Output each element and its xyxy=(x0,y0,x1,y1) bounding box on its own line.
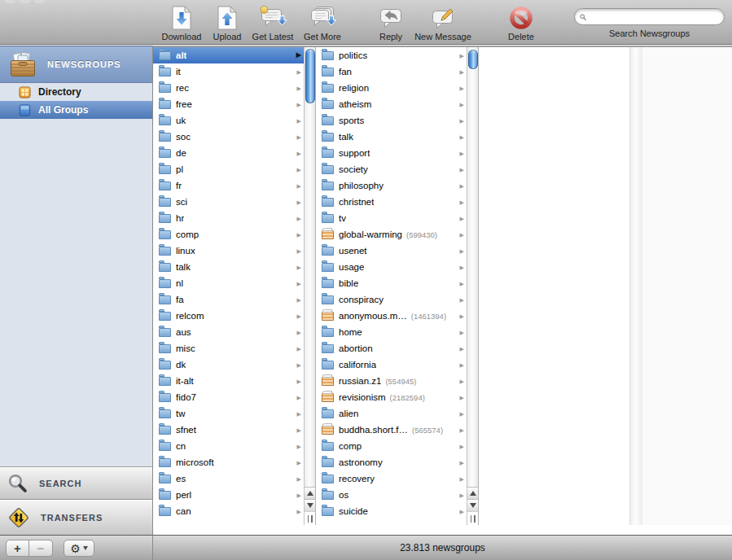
newsgroup-row[interactable]: relcom xyxy=(153,308,304,324)
newsgroup-row[interactable]: alien xyxy=(316,405,467,422)
folder-icon xyxy=(159,507,171,516)
newsgroup-row[interactable]: buddha.short.f… (565574) xyxy=(316,422,467,438)
newsgroup-row[interactable]: global-warming (599430) xyxy=(316,226,467,243)
upload-button[interactable]: Upload xyxy=(208,6,246,42)
newsgroup-row[interactable]: soc xyxy=(153,129,304,145)
newsgroup-row[interactable]: rec xyxy=(153,80,304,96)
sidebar-item-all-groups[interactable]: All Groups xyxy=(0,101,152,119)
newsgroup-row[interactable]: can xyxy=(153,503,304,519)
newsgroup-row[interactable]: fido7 xyxy=(153,389,304,405)
newsgroup-row[interactable]: free xyxy=(153,96,304,112)
newsgroup-row[interactable]: fan xyxy=(316,63,467,80)
scroll-down-button[interactable] xyxy=(467,499,478,511)
scrollbar-thumb[interactable] xyxy=(468,50,478,69)
newsgroup-row[interactable]: es xyxy=(153,470,304,487)
newsgroup-row[interactable]: bible xyxy=(316,275,467,291)
newsgroup-row[interactable]: astronomy xyxy=(316,454,467,470)
download-button[interactable]: Download xyxy=(156,6,207,42)
newsgroup-row[interactable]: support xyxy=(316,145,467,161)
newsgroup-row[interactable]: uk xyxy=(153,112,304,129)
newsgroup-row[interactable]: aus xyxy=(153,324,304,340)
column-resize-handle[interactable] xyxy=(467,511,478,525)
newsgroup-row[interactable]: os xyxy=(316,487,467,503)
newsgroup-row[interactable]: tw xyxy=(153,405,304,422)
newsgroup-row[interactable]: christnet xyxy=(316,194,467,210)
remove-button[interactable]: − xyxy=(29,540,53,557)
newsgroup-row[interactable]: linux xyxy=(153,243,304,259)
chevron-right-icon xyxy=(297,69,301,75)
chevron-right-icon xyxy=(297,427,301,433)
newsgroup-row[interactable]: conspiracy xyxy=(316,291,467,308)
window-close-button[interactable] xyxy=(5,0,15,3)
get-more-button[interactable]: Get More xyxy=(300,6,345,42)
newsgroup-row[interactable]: fr xyxy=(153,177,304,194)
newsgroup-row[interactable]: society xyxy=(316,161,467,177)
newsgroup-row[interactable]: fa xyxy=(153,291,304,308)
newsgroup-row[interactable]: microsoft xyxy=(153,454,304,470)
magnifier-icon xyxy=(7,473,28,494)
delete-button[interactable]: Delete xyxy=(498,6,544,42)
newsgroup-row[interactable]: dk xyxy=(153,357,304,373)
newsgroup-row[interactable]: nl xyxy=(153,275,304,291)
newsgroup-row[interactable]: suicide xyxy=(316,503,467,519)
get-latest-button[interactable]: Get Latest xyxy=(249,6,296,42)
window-zoom-button[interactable] xyxy=(34,0,45,3)
row-label: cn xyxy=(176,441,186,451)
newsgroup-row[interactable]: religion xyxy=(316,80,467,96)
window-minimize-button[interactable] xyxy=(20,0,30,3)
sidebar-section-search[interactable]: SEARCH xyxy=(0,466,152,499)
newsgroup-row[interactable]: revisionism (2182594) xyxy=(316,389,467,405)
newsgroup-row[interactable]: sfnet xyxy=(153,422,304,438)
newsgroup-row[interactable]: talk xyxy=(153,259,304,275)
newsgroup-row[interactable]: it-alt xyxy=(153,373,304,389)
newsgroup-row[interactable]: pl xyxy=(153,161,304,177)
newsgroup-row[interactable]: california xyxy=(316,357,467,373)
newsgroup-row[interactable]: usenet xyxy=(316,243,467,259)
sidebar-section-transfers[interactable]: TRANSFERS xyxy=(0,499,152,535)
newsgroup-row[interactable]: sports xyxy=(316,112,467,129)
newsgroup-row[interactable]: anonymous.m… (1461394) xyxy=(316,308,467,324)
sidebar-header-newsgroups[interactable]: NEWSGROUPS xyxy=(0,46,152,83)
add-button[interactable]: + xyxy=(6,540,29,557)
scrollbar-track[interactable] xyxy=(305,47,315,487)
newsgroup-row[interactable]: perl xyxy=(153,487,304,503)
download-icon xyxy=(171,6,192,30)
search-input[interactable] xyxy=(590,11,719,24)
newsgroup-row[interactable]: tv xyxy=(316,210,467,226)
newsgroup-row[interactable]: sci xyxy=(153,194,304,210)
action-menu-button[interactable] xyxy=(64,540,94,557)
newsgroup-row[interactable]: comp xyxy=(153,226,304,243)
newsgroup-row[interactable]: recovery xyxy=(316,470,467,487)
newsgroup-row[interactable]: alt xyxy=(153,47,304,63)
newsgroup-row[interactable]: comp xyxy=(316,438,467,454)
scroll-up-button[interactable] xyxy=(305,487,315,499)
reply-button[interactable]: Reply xyxy=(372,6,410,42)
column-resize-handle[interactable] xyxy=(305,511,315,525)
folder-icon xyxy=(322,116,334,125)
newsgroup-row[interactable]: de xyxy=(153,145,304,161)
scrollbar-track[interactable] xyxy=(467,47,478,487)
row-label: free xyxy=(176,99,192,109)
chevron-right-icon xyxy=(297,395,301,400)
newsgroup-row[interactable]: cn xyxy=(153,438,304,454)
newsgroup-row[interactable]: it xyxy=(153,63,304,80)
new-message-button[interactable]: New Message xyxy=(412,6,474,42)
newsgroup-row[interactable]: abortion xyxy=(316,340,467,357)
newsgroup-row[interactable]: home xyxy=(316,324,467,340)
newsgroup-row[interactable]: usage xyxy=(316,259,467,275)
scrollbar-thumb[interactable] xyxy=(305,49,315,103)
newsgroup-row[interactable]: politics xyxy=(316,47,467,63)
newsgroup-row[interactable]: russian.z1 (554945) xyxy=(316,373,467,389)
folder-icon xyxy=(159,279,171,288)
newsgroup-row[interactable]: atheism xyxy=(316,96,467,112)
newsgroup-row[interactable]: hr xyxy=(153,210,304,226)
scroll-down-button[interactable] xyxy=(305,499,315,511)
newsgroup-row[interactable]: philosophy xyxy=(316,177,467,194)
newsgroup-row[interactable]: talk xyxy=(316,129,467,145)
chevron-right-icon xyxy=(460,281,464,287)
sidebar-item-directory[interactable]: Directory xyxy=(0,83,152,101)
newsgroup-row[interactable]: misc xyxy=(153,340,304,357)
column-2-list: politics fan religion xyxy=(316,47,467,525)
scroll-up-button[interactable] xyxy=(467,487,478,499)
search-field[interactable] xyxy=(574,8,725,25)
